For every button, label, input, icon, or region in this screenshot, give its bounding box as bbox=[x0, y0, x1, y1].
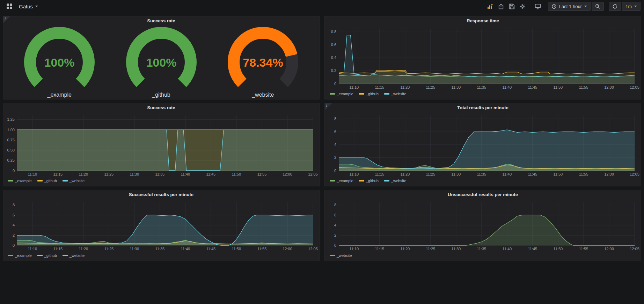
refresh-icon bbox=[612, 4, 617, 9]
svg-text:12:05: 12:05 bbox=[630, 172, 639, 176]
legend-item-_website[interactable]: _website bbox=[384, 92, 406, 96]
legend-item-_github[interactable]: _github bbox=[359, 92, 379, 96]
save-dashboard-button[interactable] bbox=[507, 2, 517, 10]
legend-label: _example bbox=[15, 253, 32, 258]
panel-info-icon[interactable]: i bbox=[3, 16, 10, 23]
svg-text:11:20: 11:20 bbox=[79, 172, 88, 176]
legend-swatch bbox=[384, 93, 389, 95]
legend-swatch bbox=[384, 180, 389, 181]
svg-text:6: 6 bbox=[13, 213, 15, 217]
legend-item-_github[interactable]: _github bbox=[37, 179, 57, 183]
svg-text:100%: 100% bbox=[44, 56, 75, 69]
svg-text:11:50: 11:50 bbox=[554, 172, 563, 176]
legend-item-_example[interactable]: _example bbox=[330, 92, 353, 96]
legend-item-_website[interactable]: _website bbox=[63, 253, 85, 258]
svg-text:11:55: 11:55 bbox=[579, 172, 588, 176]
legend-item-_github[interactable]: _github bbox=[37, 253, 57, 258]
successful-results-chart[interactable]: 0246811:1011:1511:2011:2511:3011:3511:40… bbox=[5, 199, 318, 252]
svg-text:11:55: 11:55 bbox=[579, 85, 588, 89]
legend-item-_example[interactable]: _example bbox=[8, 179, 32, 183]
panel-response-time: Response time 00.20.40.60.811:1011:1511:… bbox=[324, 16, 641, 99]
success-rate-chart[interactable]: 00.250.500.751.001.2511:1011:1511:2011:2… bbox=[5, 112, 318, 177]
panel-title: Total results per minute bbox=[457, 105, 508, 110]
svg-text:11:25: 11:25 bbox=[104, 172, 114, 176]
svg-text:11:40: 11:40 bbox=[503, 247, 512, 251]
svg-text:12:00: 12:00 bbox=[604, 247, 614, 251]
legend-swatch bbox=[8, 255, 13, 256]
svg-text:11:45: 11:45 bbox=[528, 247, 537, 251]
legend-item-_example[interactable]: _example bbox=[330, 179, 353, 183]
share-dashboard-button[interactable] bbox=[496, 2, 506, 10]
legend-label: _website bbox=[391, 179, 406, 183]
cycle-view-button[interactable] bbox=[533, 2, 543, 10]
legend-label: _website bbox=[69, 179, 85, 183]
zoom-out-icon bbox=[595, 4, 600, 9]
legend-item-_website[interactable]: _website bbox=[63, 179, 85, 183]
panel-title: Success rate bbox=[147, 105, 175, 110]
svg-text:11:50: 11:50 bbox=[232, 172, 241, 176]
svg-text:11:25: 11:25 bbox=[426, 172, 436, 176]
svg-text:78.34%: 78.34% bbox=[243, 56, 283, 69]
svg-text:11:50: 11:50 bbox=[554, 247, 563, 251]
svg-text:11:30: 11:30 bbox=[452, 247, 461, 251]
svg-text:4: 4 bbox=[13, 223, 15, 227]
info-glyph: i bbox=[5, 16, 6, 21]
svg-text:2: 2 bbox=[334, 155, 336, 160]
legend-item-_example[interactable]: _example bbox=[8, 253, 32, 258]
panel-header[interactable]: Unsuccessful results per minute bbox=[325, 190, 641, 199]
gauges-row: 100% _example 100% _github 78.34% _websi… bbox=[3, 25, 319, 99]
gauge-label: _website bbox=[252, 92, 274, 98]
unsuccessful-results-chart[interactable]: 0246811:1011:1511:2011:2511:3011:3511:40… bbox=[326, 199, 639, 252]
gauge-_website: 78.34% _website bbox=[218, 27, 308, 98]
dashboards-menu-button[interactable] bbox=[4, 2, 15, 10]
time-range-picker[interactable]: Last 1 hour bbox=[548, 2, 591, 11]
svg-text:11:30: 11:30 bbox=[452, 172, 461, 176]
total-results-chart[interactable]: 0246811:1011:1511:2011:2511:3011:3511:40… bbox=[326, 112, 639, 177]
grid-icon bbox=[6, 3, 13, 9]
svg-text:6: 6 bbox=[334, 129, 336, 134]
chart-legend: _example_github_website bbox=[325, 90, 641, 99]
gauge-arc: 78.34% bbox=[218, 27, 308, 91]
legend-swatch bbox=[8, 180, 13, 181]
dashboard-settings-button[interactable] bbox=[518, 2, 528, 10]
panel-unsuccessful-results: Unsuccessful results per minute 0246811:… bbox=[324, 190, 641, 261]
time-range-label: Last 1 hour bbox=[559, 4, 582, 9]
svg-text:2: 2 bbox=[334, 233, 336, 237]
gear-icon bbox=[520, 3, 526, 9]
panel-header[interactable]: Total results per minute bbox=[325, 103, 641, 112]
svg-text:11:15: 11:15 bbox=[375, 85, 384, 89]
svg-text:11:10: 11:10 bbox=[349, 172, 359, 176]
panel-header[interactable]: Successful results per minute bbox=[3, 190, 319, 199]
panel-header[interactable]: Success rate bbox=[3, 16, 319, 25]
svg-text:6: 6 bbox=[334, 213, 336, 217]
dashboard-title-button[interactable]: Gatus bbox=[17, 3, 39, 10]
legend-swatch bbox=[37, 255, 43, 256]
panel-header[interactable]: Response time bbox=[325, 16, 641, 25]
zoom-out-button[interactable] bbox=[592, 2, 604, 11]
gauge-_github: 100% _github bbox=[116, 27, 207, 98]
svg-text:4: 4 bbox=[334, 142, 336, 147]
refresh-button[interactable] bbox=[609, 2, 621, 11]
panel-info-icon[interactable]: i bbox=[325, 103, 332, 110]
svg-text:11:40: 11:40 bbox=[503, 85, 512, 89]
legend-label: _website bbox=[391, 92, 406, 96]
caret-down-icon bbox=[634, 6, 637, 7]
svg-text:11:10: 11:10 bbox=[349, 85, 359, 89]
panel-header[interactable]: Success rate bbox=[3, 103, 319, 112]
svg-text:11:20: 11:20 bbox=[400, 85, 410, 89]
legend-item-_github[interactable]: _github bbox=[359, 179, 379, 183]
legend-item-_website[interactable]: _website bbox=[330, 253, 352, 258]
svg-text:12:05: 12:05 bbox=[308, 247, 318, 251]
svg-text:1.00: 1.00 bbox=[7, 128, 15, 132]
response-time-chart[interactable]: 00.20.40.60.811:1011:1511:2011:2511:3011… bbox=[326, 25, 639, 90]
legend-label: _github bbox=[366, 179, 379, 183]
add-panel-button[interactable] bbox=[485, 2, 495, 10]
legend-item-_website[interactable]: _website bbox=[384, 179, 406, 183]
svg-text:11:55: 11:55 bbox=[257, 247, 267, 251]
svg-text:8: 8 bbox=[334, 203, 336, 207]
clock-icon bbox=[551, 4, 557, 9]
refresh-interval-picker[interactable]: 1m bbox=[622, 2, 641, 11]
svg-text:0.6: 0.6 bbox=[331, 43, 336, 47]
svg-text:0: 0 bbox=[334, 169, 336, 173]
svg-text:11:45: 11:45 bbox=[528, 172, 537, 176]
